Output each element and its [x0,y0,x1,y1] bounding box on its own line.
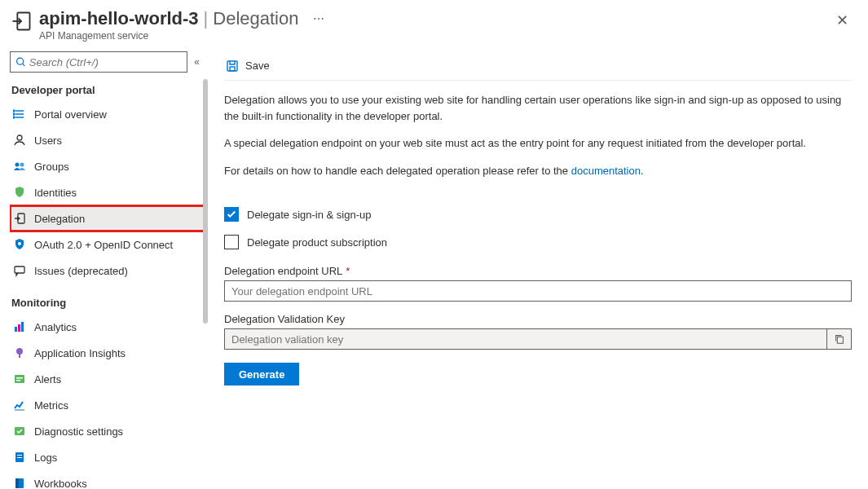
delegation-icon [13,212,26,225]
title-separator: | [204,8,209,29]
sidebar-item-label: Workbooks [34,478,87,490]
oauth-icon [13,238,26,251]
sidebar-item-portal-overview[interactable]: Portal overview [10,101,208,127]
generate-button[interactable]: Generate [224,363,299,385]
svg-rect-21 [17,455,22,456]
resource-type: API Management service [39,30,833,42]
sidebar-item-application-insights[interactable]: Application Insights [10,340,208,366]
collapse-sidebar-icon[interactable]: « [194,56,200,68]
svg-point-14 [16,348,23,355]
logs-icon [13,451,26,464]
search-input[interactable] [29,56,182,68]
save-button[interactable]: Save [224,56,271,76]
description-2: A special delegation endpoint on your we… [224,135,852,152]
toolbar: Save [224,51,852,81]
save-icon [226,59,239,73]
svg-point-6 [15,163,20,167]
sidebar-item-alerts[interactable]: Alerts [10,366,208,392]
sidebar-item-users[interactable]: Users [10,127,208,153]
sidebar-item-analytics[interactable]: Analytics [10,314,208,340]
sidebar-item-label: Users [34,134,62,147]
endpoint-url-input[interactable] [224,280,852,302]
documentation-link[interactable]: documentation [571,165,641,177]
issues-icon [13,264,26,277]
sidebar-item-label: Diagnostic settings [34,425,123,438]
delegate-signin-label: Delegate sign-in & sign-up [247,209,371,221]
shield-icon [13,186,26,199]
analytics-icon [13,320,26,333]
sidebar-item-oauth-2-0-openid-connect[interactable]: OAuth 2.0 + OpenID Connect [10,231,208,258]
resource-icon [10,10,33,33]
sidebar-nav: Developer portal Portal overviewUsersGro… [10,79,208,489]
alerts-icon [13,372,26,385]
page-header: apim-hello-world-3 | Delegation ⋯ API Ma… [0,0,868,48]
save-label: Save [245,59,270,72]
svg-point-3 [13,113,15,115]
sidebar-item-label: Issues (deprecated) [34,265,128,277]
endpoint-url-label: Delegation endpoint URL [224,265,342,277]
check-icon [226,209,237,220]
sidebar: « Developer portal Portal overviewUsersG… [0,48,208,489]
validation-key-label: Delegation Validation Key [224,313,345,325]
sidebar-item-label: OAuth 2.0 + OpenID Connect [34,239,173,251]
svg-point-7 [20,163,24,167]
required-star-icon: * [346,265,350,277]
sidebar-item-workbooks[interactable]: Workbooks [10,470,208,489]
search-box[interactable] [10,51,187,73]
svg-rect-25 [227,61,237,71]
svg-point-2 [13,110,15,112]
sidebar-item-logs[interactable]: Logs [10,444,208,470]
delegate-signin-checkbox[interactable] [224,207,239,222]
sidebar-item-label: Portal overview [34,108,107,121]
metrics-icon [13,399,26,412]
svg-rect-10 [15,267,24,273]
sidebar-item-label: Metrics [34,399,68,412]
appinsights-icon [13,346,26,359]
sidebar-item-label: Application Insights [34,347,126,359]
sidebar-item-label: Logs [34,452,57,464]
svg-point-4 [13,117,15,118]
svg-rect-22 [17,457,22,458]
svg-rect-24 [15,478,19,488]
svg-rect-15 [19,355,20,358]
svg-rect-16 [15,375,24,383]
section-developer-portal: Developer portal [10,79,208,101]
close-icon[interactable]: ✕ [833,8,852,33]
svg-rect-13 [21,322,24,332]
sidebar-item-label: Identities [34,187,77,199]
svg-rect-18 [16,380,20,381]
search-icon [15,56,26,68]
description-3: For details on how to handle each delega… [224,163,852,179]
user-icon [13,134,26,147]
sidebar-item-delegation[interactable]: Delegation [10,205,208,231]
svg-rect-17 [16,377,23,379]
sidebar-item-metrics[interactable]: Metrics [10,392,208,418]
sidebar-item-label: Groups [34,161,69,173]
sidebar-item-diagnostic-settings[interactable]: Diagnostic settings [10,418,208,444]
sidebar-item-issues-deprecated-[interactable]: Issues (deprecated) [10,258,208,284]
copy-icon [834,333,845,345]
delegate-product-checkbox[interactable] [224,235,239,249]
groups-icon [13,160,26,173]
sidebar-item-label: Analytics [34,321,77,333]
svg-rect-27 [837,337,843,343]
svg-rect-26 [230,67,235,71]
svg-point-9 [18,242,21,245]
sidebar-item-label: Delegation [34,213,85,225]
svg-rect-11 [15,327,17,332]
main-content: Save Delegation allows you to use your e… [208,48,868,489]
copy-button[interactable] [827,328,852,350]
workbooks-icon [13,477,26,489]
more-icon[interactable]: ⋯ [313,12,324,25]
delegate-product-label: Delegate product subscription [247,236,387,249]
section-monitoring: Monitoring [10,292,208,314]
resource-name: apim-hello-world-3 [39,8,199,29]
validation-key-input[interactable] [224,328,827,350]
svg-point-5 [17,135,22,140]
sidebar-item-label: Alerts [34,373,61,385]
sidebar-item-groups[interactable]: Groups [10,153,208,179]
sidebar-item-identities[interactable]: Identities [10,179,208,205]
diag-icon [13,425,26,438]
list-icon [13,108,26,121]
description-1: Delegation allows you to use your existi… [224,92,852,124]
